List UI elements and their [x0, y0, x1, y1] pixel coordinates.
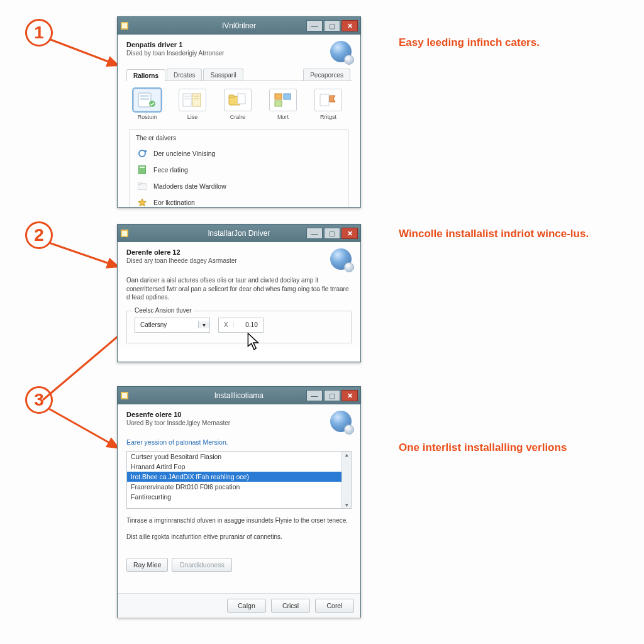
list-item[interactable]: Fantirecurting — [127, 492, 351, 502]
cursor-icon — [247, 333, 261, 352]
minimize-button[interactable]: — — [306, 20, 323, 31]
window-3: lnstalllicotiama — ▢ ✕ Desenfe olere 10 … — [117, 386, 361, 618]
fieldset-legend: Ceelsc Ansion tluver — [132, 307, 194, 314]
tool-rostuin[interactable]: Rostuin — [130, 89, 164, 120]
view-toolbar: Rostuin Lise Cralre Mort — [126, 81, 352, 125]
tiles-icon — [269, 89, 297, 111]
close-button[interactable]: ✕ — [341, 390, 358, 401]
maximize-button[interactable]: ▢ — [324, 228, 340, 239]
svg-point-23 — [139, 150, 145, 157]
scroll-up-icon[interactable]: ▴ — [345, 452, 348, 458]
tab-rallorns[interactable]: Rallorns — [126, 69, 165, 81]
svg-rect-25 — [140, 167, 145, 168]
wizard-subtitle-2: Dised ary toan Iheede dagey Asrmaster — [126, 257, 237, 264]
tool-cralre[interactable]: Cralre — [221, 89, 255, 120]
drivers-group: The er daivers Der uncleine Vinising Fec… — [129, 129, 349, 208]
maximize-button[interactable]: ▢ — [324, 390, 340, 401]
svg-rect-18 — [238, 94, 245, 104]
folder-small-icon — [137, 181, 147, 191]
svg-rect-17 — [229, 95, 234, 97]
minimize-button[interactable]: — — [306, 390, 323, 401]
list-item[interactable]: Fraorervinaote DRt010 F0t6 pocation — [127, 482, 351, 492]
scrollbar[interactable]: ▴ ▾ — [341, 452, 351, 508]
list-item[interactable]: Der uncleine Vinising — [136, 145, 342, 162]
tab-drcates[interactable]: Drcates — [167, 69, 202, 80]
svg-line-1 — [49, 243, 118, 267]
titlebar-2[interactable]: lnstallarJon Dniver — ▢ ✕ — [118, 225, 360, 242]
wizard-subtitle-1: Dised by toan Insederigiy Atrronser — [126, 50, 225, 57]
arrow-3-down — [44, 405, 126, 455]
close-dialog-button[interactable]: Corel — [315, 599, 354, 613]
ok-button[interactable]: Calgn — [227, 599, 266, 613]
svg-rect-7 — [140, 95, 149, 97]
tabs: Rallorns Drcates Sassparil Pecaporces — [126, 69, 352, 81]
tool-lise[interactable]: Lise — [175, 89, 209, 120]
cancel-button[interactable]: Cricsl — [271, 599, 310, 613]
svg-rect-5 — [122, 23, 127, 28]
tool-rritgst[interactable]: Rritgst — [311, 89, 345, 120]
tool-label: Rostuin — [138, 114, 157, 120]
step-3-caption: One interlist installalling verlions — [399, 441, 625, 454]
list-item[interactable]: Curtser youd Besoitard Fiasion — [127, 452, 351, 462]
svg-rect-31 — [122, 393, 127, 398]
note-2: Dist aille rgokta incafurition eitive pr… — [126, 533, 352, 541]
list-item[interactable]: Hranard Artird Fop — [127, 462, 351, 472]
version-input[interactable]: X 0.10 — [218, 318, 264, 333]
tool-label: Lise — [187, 114, 198, 120]
globe-icon — [330, 41, 352, 62]
two-pages-icon — [179, 89, 206, 111]
window-2: lnstallarJon Dniver — ▢ ✕ Derenfe olere … — [117, 224, 361, 362]
page-check-icon — [133, 89, 161, 111]
chevron-down-icon: ▾ — [198, 321, 209, 328]
dnard-button[interactable]: Dnardiduoness — [172, 558, 232, 572]
driver-fieldset: Ceelsc Ansion tluver Catlersny ▾ X 0.10 — [126, 311, 352, 343]
tool-label: Rritgst — [320, 114, 336, 120]
svg-rect-19 — [275, 94, 282, 99]
step-1-badge: 1 — [25, 19, 53, 47]
globe-icon — [330, 248, 352, 270]
arrow-2a — [44, 239, 126, 277]
globe-icon — [330, 411, 352, 432]
note-tag-icon — [314, 89, 342, 111]
sys-icon — [120, 21, 129, 30]
arrow-1 — [44, 35, 126, 73]
list-item[interactable]: Fece rlating — [136, 162, 342, 178]
num-value: 0.10 — [234, 321, 263, 328]
tool-label: Mort — [277, 114, 289, 120]
tab-sassparil[interactable]: Sassparil — [203, 69, 243, 80]
folder-page-icon — [224, 89, 252, 111]
combo-value: Catlersny — [135, 321, 198, 328]
tab-pecaporces[interactable]: Pecaporces — [303, 69, 350, 80]
ray-button[interactable]: Ray Miee — [126, 558, 168, 572]
wizard-title-2: Derenfe olere 12 — [126, 248, 237, 256]
note-1: Tinrase a imgrinranschld ofuven in asagg… — [126, 516, 352, 525]
close-button[interactable]: ✕ — [341, 228, 358, 239]
close-button[interactable]: ✕ — [341, 20, 358, 31]
titlebar-3[interactable]: lnstalllicotiama — ▢ ✕ — [118, 387, 360, 404]
num-label: X — [219, 321, 234, 328]
minimize-button[interactable]: — — [306, 228, 323, 239]
maximize-button[interactable]: ▢ — [324, 20, 340, 31]
driver-combo[interactable]: Catlersny ▾ — [135, 318, 210, 333]
list-item[interactable]: Eor lkctination — [136, 194, 342, 208]
svg-rect-22 — [320, 94, 329, 106]
svg-rect-27 — [138, 182, 142, 184]
window-1: IVnl0rilner — ▢ ✕ Denpatis driver 1 Dise… — [117, 16, 361, 208]
item-label: Fece rlating — [153, 166, 188, 174]
titlebar-1[interactable]: IVnl0rilner — ▢ ✕ — [118, 17, 360, 35]
star-icon — [137, 197, 147, 208]
list-item-selected[interactable]: Irot.Bhee ca JAndDiX fFah reahling oce) — [127, 472, 351, 482]
version-listbox[interactable]: Curtser youd Besoitard Fiasion Hranard A… — [126, 451, 352, 509]
step-2-caption: Wincolle installalist indriot wince-lus. — [399, 228, 625, 240]
version-link[interactable]: Earer yession of palonast Mersion. — [126, 438, 352, 446]
scroll-down-icon[interactable]: ▾ — [345, 502, 348, 508]
list-item[interactable]: Madoders date Wardilow — [136, 178, 342, 194]
svg-line-0 — [49, 39, 118, 65]
svg-rect-8 — [140, 98, 149, 100]
group-title: The er daivers — [136, 135, 342, 142]
svg-rect-11 — [192, 94, 201, 106]
tool-mort[interactable]: Mort — [266, 89, 300, 120]
item-label: Eor lkctination — [153, 199, 195, 206]
refresh-icon — [137, 148, 147, 158]
item-label: Madoders date Wardilow — [153, 182, 226, 190]
